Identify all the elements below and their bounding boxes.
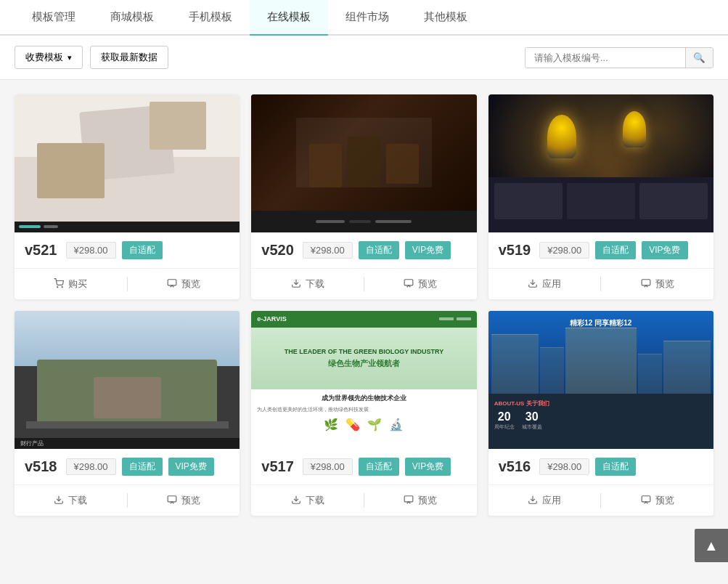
badge-自适配[interactable]: 自适配 (359, 458, 399, 476)
card-version-v517: v517 (261, 458, 294, 475)
cart-icon (54, 278, 64, 291)
card-body-v518: v518¥298.00自适配VIP免费 (15, 449, 240, 476)
search-input[interactable] (525, 48, 685, 68)
card-price-v520: ¥298.00 (303, 242, 353, 259)
card-grid: v521¥298.00自适配购买预览 (0, 80, 728, 530)
card-body-v519: v519¥298.00自适配VIP免费 (488, 232, 713, 259)
card-price-v518: ¥298.00 (66, 458, 116, 475)
badge-自适配[interactable]: 自适配 (595, 458, 636, 476)
badge-自适配[interactable]: 自适配 (122, 241, 163, 259)
tab-component-market[interactable]: 组件市场 (328, 0, 406, 36)
monitor-icon (404, 495, 414, 507)
card-body-v521: v521¥298.00自适配 (15, 232, 240, 259)
action-预览-v519[interactable]: 预览 (601, 269, 713, 299)
svg-rect-6 (642, 279, 650, 285)
card-v516: ABOUT-US 关于我们 20 周年纪念 30 城市覆盖 精彩12 同享精彩1… (488, 311, 713, 516)
card-price-v521: ¥298.00 (66, 242, 116, 259)
action-预览-v518[interactable]: 预览 (128, 485, 240, 516)
toolbar: 收费模板 获取最新数据 🔍 (0, 36, 728, 80)
card-price-v517: ¥298.00 (303, 458, 353, 475)
badge-VIP免费[interactable]: VIP免费 (168, 458, 214, 476)
card-v519: v519¥298.00自适配VIP免费应用预览 (488, 94, 713, 299)
svg-rect-8 (168, 495, 176, 501)
badge-自适配[interactable]: 自适配 (359, 241, 399, 259)
tab-template-manage[interactable]: 模板管理 (15, 0, 93, 36)
monitor-icon (167, 278, 177, 291)
badge-VIP免费[interactable]: VIP免费 (642, 241, 687, 259)
card-v518: 财行产品 v518¥298.00自适配VIP免费下载预览 (15, 311, 240, 516)
svg-rect-12 (642, 495, 650, 501)
tab-online-template[interactable]: 在线模板 (250, 0, 328, 36)
tab-mobile-template[interactable]: 手机模板 (171, 0, 250, 36)
download-icon (291, 495, 301, 507)
card-price-v519: ¥298.00 (539, 242, 589, 259)
action-预览-v521[interactable]: 预览 (128, 269, 240, 299)
apply-icon (528, 495, 538, 507)
card-version-v518: v518 (25, 458, 57, 475)
apply-icon (528, 278, 538, 291)
card-body-v516: v516¥298.00自适配 (488, 449, 713, 476)
badge-VIP免费[interactable]: VIP免费 (405, 458, 451, 476)
tab-other-template[interactable]: 其他模板 (406, 0, 485, 36)
card-version-v520: v520 (261, 242, 294, 259)
action-下载-v518[interactable]: 下载 (15, 485, 127, 516)
action-预览-v517[interactable]: 预览 (364, 485, 477, 516)
svg-point-1 (62, 286, 62, 287)
action-下载-v520[interactable]: 下载 (251, 269, 364, 299)
card-v520: v520¥298.00自适配VIP免费下载预览 (251, 94, 476, 299)
svg-rect-2 (168, 279, 176, 285)
monitor-icon (404, 278, 414, 291)
svg-rect-4 (404, 279, 413, 285)
filter-dropdown[interactable]: 收费模板 (15, 46, 83, 69)
card-version-v516: v516 (499, 458, 531, 475)
card-price-v516: ¥298.00 (539, 458, 589, 475)
card-v517: e-JARVIS THE LEADER OF THE GREEN BIOLOGY… (251, 311, 476, 516)
action-预览-v516[interactable]: 预览 (601, 485, 713, 516)
action-预览-v520[interactable]: 预览 (364, 269, 477, 299)
card-v521: v521¥298.00自适配购买预览 (15, 94, 240, 299)
refresh-button[interactable]: 获取最新数据 (90, 46, 168, 69)
card-version-v521: v521 (25, 242, 57, 259)
nav-tabs: 模板管理商城模板手机模板在线模板组件市场其他模板 (0, 0, 728, 36)
svg-point-0 (57, 286, 58, 287)
badge-VIP免费[interactable]: VIP免费 (405, 241, 451, 259)
tab-mall-template[interactable]: 商城模板 (93, 0, 171, 36)
search-box: 🔍 (525, 47, 713, 68)
card-body-v517: v517¥298.00自适配VIP免费 (251, 449, 476, 476)
card-body-v520: v520¥298.00自适配VIP免费 (251, 232, 476, 259)
badge-自适配[interactable]: 自适配 (122, 458, 163, 476)
action-应用-v519[interactable]: 应用 (488, 269, 601, 299)
action-应用-v516[interactable]: 应用 (488, 485, 601, 516)
download-icon (54, 495, 64, 507)
monitor-icon (167, 495, 177, 507)
svg-rect-10 (404, 495, 413, 501)
card-version-v519: v519 (499, 242, 531, 259)
badge-自适配[interactable]: 自适配 (595, 241, 636, 259)
search-button[interactable]: 🔍 (685, 48, 713, 68)
action-购买-v521[interactable]: 购买 (15, 269, 127, 299)
download-icon (291, 278, 301, 291)
monitor-icon (641, 278, 651, 291)
scroll-top-button[interactable]: ▲ (695, 529, 728, 530)
action-下载-v517[interactable]: 下载 (251, 485, 364, 516)
monitor-icon (641, 495, 651, 507)
